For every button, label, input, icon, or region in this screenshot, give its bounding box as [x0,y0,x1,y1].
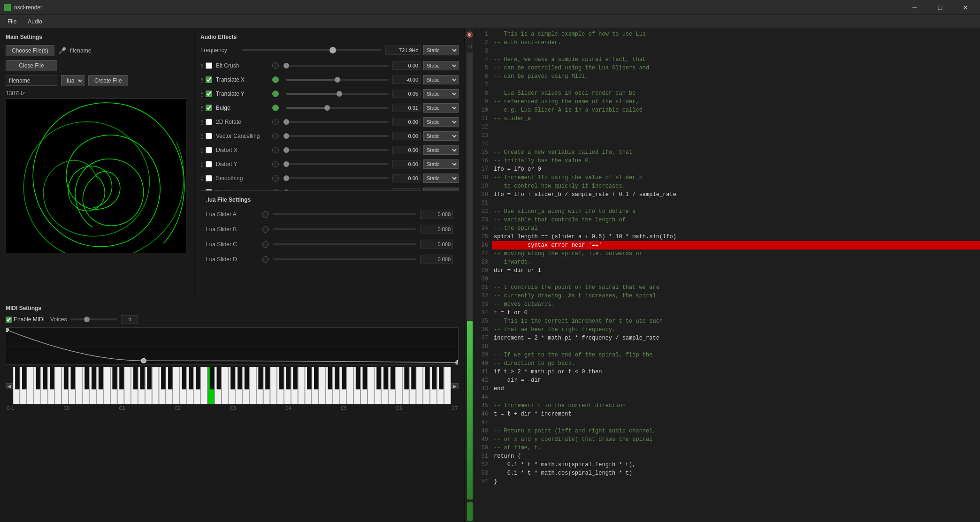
line-content[interactable]: spiral_length == (slider_a + 0.5) * 10 *… [492,233,980,241]
line-content[interactable]: -- variable that controls the length of [492,216,980,224]
line-content[interactable]: -- that we hear the right frequency. [492,325,980,334]
effect-type-select-0[interactable]: Static [423,61,459,70]
effect-toggle-9[interactable] [272,189,279,190]
effect-value-input-4[interactable] [392,118,421,126]
effect-type-select-9[interactable]: Static [423,188,459,190]
close-file-button[interactable]: Close File [6,60,57,71]
create-file-button[interactable]: Create File [88,75,128,86]
effect-type-select-7[interactable]: Static [423,159,459,169]
volume-bar[interactable] [467,53,473,499]
lua-slider-track-3[interactable] [273,258,416,260]
effect-type-select-8[interactable]: Static [423,174,459,183]
line-content[interactable] [492,199,980,207]
effect-checkbox-3[interactable] [206,105,212,111]
line-content[interactable]: -- moving along the spiral, i.e. outward… [492,250,980,258]
drag-handle[interactable]: ⣿ [200,106,204,111]
line-content[interactable] [492,131,980,140]
effect-toggle-0[interactable] [272,62,279,69]
line-content[interactable]: increment = 2 * math.pi * frequency / sa… [492,334,980,342]
line-content[interactable]: 0.1 * t * math.sin(spiral_length * t), [492,461,980,469]
line-content[interactable]: -- Here, we make a simple spiral effect,… [492,55,980,64]
lua-slider-value-2[interactable] [420,240,453,249]
drag-handle[interactable]: ⣿ [200,148,204,153]
effect-value-input-3[interactable] [392,104,421,112]
menu-audio[interactable]: Audio [22,16,48,27]
line-content[interactable]: -- can be played using MIDI. [492,72,980,81]
line-content[interactable]: -- Lua Slider values in osci-render can … [492,89,980,98]
drag-handle[interactable]: ⣿ [200,91,204,97]
lua-slider-value-0[interactable] [420,210,453,219]
drag-handle[interactable]: ⣿ [200,190,204,191]
drag-handle[interactable]: ⣿ [200,134,204,139]
line-content[interactable]: -- Increment t in the current direction [492,401,980,410]
effect-checkbox-4[interactable] [206,119,212,125]
effect-checkbox-7[interactable] [206,161,212,167]
choose-files-button[interactable]: Choose File(s) [6,45,54,56]
line-content[interactable] [492,275,980,283]
line-content[interactable] [492,47,980,55]
lua-slider-track-2[interactable] [273,243,416,245]
line-content[interactable]: lfo = lfo + slider_b / sample_rate + 0.1… [492,190,980,199]
effect-checkbox-2[interactable] [206,91,212,97]
line-content[interactable]: t = t + dir * increment [492,410,980,418]
minimize-button[interactable]: ─ [904,0,926,15]
lua-slider-circle-3[interactable] [262,256,269,263]
effect-type-select-4[interactable]: Static [423,117,459,127]
effect-toggle-1[interactable] [272,76,279,83]
effect-slider-3[interactable] [286,107,389,109]
drag-handle[interactable]: ⣿ [200,77,204,83]
frequency-type-select[interactable]: Static [423,45,459,55]
line-content[interactable]: return { [492,452,980,461]
maximize-button[interactable]: □ [929,0,951,15]
effect-value-input-8[interactable] [392,174,421,182]
filename-input[interactable] [6,76,57,86]
velocity-curve[interactable] [6,327,459,365]
line-content[interactable]: -- or x and y coordinate) that draws the… [492,435,980,444]
line-content[interactable]: -- If we get to the end of the spiral, f… [492,351,980,359]
effects-scroll[interactable]: ⣿ Bit Crush Static ⣿ Translate X Static … [200,59,459,190]
effect-value-input-0[interactable] [392,61,421,70]
line-content[interactable]: } [492,477,980,486]
effect-slider-8[interactable] [286,177,389,179]
effect-slider-7[interactable] [286,163,389,165]
menu-file[interactable]: File [2,16,22,27]
line-content[interactable] [492,342,980,351]
line-content[interactable] [492,140,980,148]
effect-value-input-2[interactable] [392,90,421,98]
voices-slider[interactable] [70,318,117,320]
effect-slider-0[interactable] [286,65,389,67]
lua-slider-circle-2[interactable] [262,241,269,248]
line-content[interactable]: -- with osci-render. [492,38,980,47]
effect-toggle-2[interactable] [272,91,279,97]
lua-slider-circle-1[interactable] [262,226,269,233]
effect-slider-6[interactable] [286,149,389,151]
lua-slider-track-0[interactable] [273,213,416,215]
line-content[interactable]: -- This is the correct increment for t t… [492,317,980,325]
line-content[interactable]: -- inwards. [492,258,980,266]
code-editor[interactable]: 1-- This is a simple example of how to u… [475,28,980,522]
effect-type-select-1[interactable]: Static [423,75,459,84]
line-content[interactable]: -- Use slider_a along with lfo to define… [492,207,980,216]
effect-type-select-6[interactable]: Static [423,145,459,155]
line-content[interactable]: -- Return a point (left and right audio … [492,427,980,435]
line-content[interactable]: -- initially has the value 0. [492,157,980,165]
line-content[interactable]: dir = dir or 1 [492,266,980,275]
effect-toggle-3[interactable] [272,105,279,111]
mute-button[interactable]: 🔇 [465,30,475,39]
frequency-slider[interactable] [242,49,382,51]
effect-slider-4[interactable] [286,121,389,123]
drag-handle[interactable]: ⣿ [200,120,204,125]
lua-slider-circle-0[interactable] [262,211,269,218]
line-content[interactable]: lfo = lfo or 0 [492,165,980,174]
line-content[interactable]: -- Increment lfo using the value of slid… [492,174,980,182]
effect-checkbox-6[interactable] [206,147,212,153]
line-content[interactable]: -- slider_a [492,114,980,123]
line-content[interactable]: -- moves outwards. [492,300,980,309]
effect-toggle-5[interactable] [272,133,279,139]
effect-type-select-5[interactable]: Static [423,131,459,141]
effect-type-select-2[interactable]: Static [423,89,459,98]
line-content[interactable]: -- currently drawing. As t increases, th… [492,292,980,300]
effect-value-input-7[interactable] [392,160,421,168]
piano-keys[interactable]: /* rendered below */ [13,367,451,406]
lua-slider-value-3[interactable] [420,255,453,264]
